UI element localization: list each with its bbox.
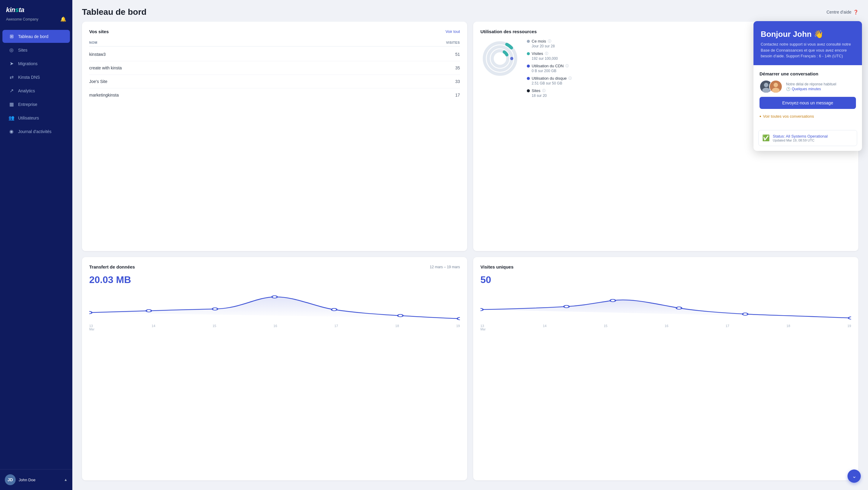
response-time-label: Notre délai de réponse habituel bbox=[786, 82, 856, 86]
sites-table-header: NOM VISITES bbox=[89, 39, 460, 47]
transfert-value: 20.03 MB bbox=[89, 274, 460, 285]
info-icon[interactable]: ⓘ bbox=[542, 88, 546, 93]
kinsta-logo: kinsta bbox=[6, 6, 24, 14]
start-conv-title: Démarrer une conversation bbox=[760, 71, 856, 76]
info-icon[interactable]: ⓘ bbox=[545, 51, 548, 56]
sidebar-label-kinsta-dns: Kinsta DNS bbox=[18, 75, 40, 80]
chevron-down-icon: ⌄ bbox=[852, 473, 857, 480]
status-info: Status: All Systems Operational Updated … bbox=[773, 134, 828, 142]
scroll-down-button[interactable]: ⌄ bbox=[847, 469, 861, 483]
logo-area: kinsta bbox=[0, 0, 72, 16]
sidebar-label-analytics: Analytics bbox=[18, 88, 35, 93]
svg-point-17 bbox=[743, 313, 748, 315]
svg-point-7 bbox=[146, 310, 152, 312]
svg-point-13 bbox=[480, 308, 483, 311]
transfert-card: Transfert de données 12 mars – 19 mars 2… bbox=[82, 257, 467, 480]
col-nom: NOM bbox=[89, 41, 97, 45]
question-icon: ❓ bbox=[853, 10, 858, 15]
response-badge-text: Quelques minutes bbox=[792, 87, 821, 91]
sidebar-item-kinsta-dns[interactable]: ⇄Kinsta DNS bbox=[2, 70, 70, 84]
chat-greeting: Bonjour John 👋 bbox=[761, 30, 855, 39]
chat-body: Démarrer une conversation bbox=[753, 65, 862, 125]
donut-chart bbox=[480, 39, 520, 78]
status-check-icon: ✅ bbox=[762, 134, 770, 142]
sidebar-item-tableau[interactable]: ⊞Tableau de bord bbox=[2, 30, 70, 43]
agent-avatar-2 bbox=[769, 80, 782, 93]
nav-menu: ⊞Tableau de bord◎Sites➤Migrations⇄Kinsta… bbox=[0, 27, 72, 469]
voir-tout-link[interactable]: Voir tout bbox=[445, 29, 460, 34]
sidebar-item-sites[interactable]: ◎Sites bbox=[2, 44, 70, 56]
col-visites: VISITES bbox=[446, 41, 460, 45]
status-text: Status: All Systems Operational bbox=[773, 134, 828, 139]
main-content: Tableau de bord Centre d'aide ❓ Vos site… bbox=[72, 0, 868, 490]
sidebar-label-sites: Sites bbox=[18, 48, 27, 53]
svg-point-24 bbox=[774, 83, 778, 87]
info-icon[interactable]: ⓘ bbox=[568, 76, 572, 81]
site-name: create with kinsta bbox=[89, 65, 122, 70]
transfert-title: Transfert de données bbox=[89, 264, 135, 269]
help-center-link[interactable]: Centre d'aide ❓ bbox=[827, 10, 858, 15]
journal-icon: ◉ bbox=[8, 128, 14, 134]
sidebar-label-migrations: Migrations bbox=[18, 61, 38, 66]
visites-chart bbox=[480, 291, 851, 322]
resource-dot bbox=[527, 64, 530, 67]
site-visits: 17 bbox=[455, 93, 460, 97]
sidebar-item-migrations[interactable]: ➤Migrations bbox=[2, 57, 70, 70]
sites-table-rows: kinstaw351create with kinsta35Joe's Site… bbox=[89, 48, 460, 102]
resource-dot bbox=[527, 89, 530, 92]
sidebar-label-entreprise: Entreprise bbox=[18, 102, 37, 107]
visites-value: 50 bbox=[480, 274, 851, 285]
svg-point-22 bbox=[762, 87, 770, 93]
site-visits: 33 bbox=[455, 79, 460, 84]
sidebar-item-utilisateurs[interactable]: 👥Utilisateurs bbox=[2, 111, 70, 124]
svg-point-16 bbox=[676, 307, 682, 309]
info-icon[interactable]: ⓘ bbox=[565, 64, 569, 68]
resource-dot bbox=[527, 77, 530, 80]
user-footer[interactable]: JD John Doe ▲ bbox=[0, 469, 72, 490]
visites-title: Visites uniques bbox=[480, 264, 514, 269]
sidebar-item-journal[interactable]: ◉Journal d'activités bbox=[2, 125, 70, 138]
chat-header: Bonjour John 👋 Contactez notre support s… bbox=[753, 21, 862, 65]
svg-point-21 bbox=[764, 83, 769, 87]
site-visits: 35 bbox=[455, 65, 460, 70]
resource-label-text: Utilisation du disque bbox=[532, 76, 567, 81]
table-row: marketingkinsta17 bbox=[89, 88, 460, 102]
transfert-date: 12 mars – 19 mars bbox=[430, 265, 460, 269]
sidebar-item-analytics[interactable]: ↗Analytics bbox=[2, 84, 70, 97]
site-name: marketingkinsta bbox=[89, 93, 119, 97]
see-conversations-link[interactable]: • Voir toutes vos conversations bbox=[760, 114, 856, 119]
resource-label-text: Sites bbox=[532, 88, 540, 93]
agent-info: Notre délai de réponse habituel 🕐 Quelqu… bbox=[786, 82, 856, 91]
table-row: create with kinsta35 bbox=[89, 61, 460, 75]
sidebar-item-entreprise[interactable]: ▦Entreprise bbox=[2, 98, 70, 111]
chat-subtitle: Contactez notre support si vous avez con… bbox=[761, 41, 855, 59]
transfert-chart bbox=[89, 291, 460, 322]
svg-point-10 bbox=[332, 308, 337, 311]
info-icon[interactable]: ⓘ bbox=[548, 39, 551, 44]
see-conv-label: Voir toutes vos conversations bbox=[763, 114, 814, 119]
company-name: Awesome Company bbox=[6, 17, 38, 22]
bell-icon[interactable]: 🔔 bbox=[60, 16, 66, 22]
table-row: kinstaw351 bbox=[89, 48, 460, 61]
sidebar-label-journal: Journal d'activités bbox=[18, 129, 52, 134]
send-message-button[interactable]: Envoyez-nous un message bbox=[760, 97, 856, 109]
resource-label-text: Ce mois bbox=[532, 39, 546, 44]
resource-dot bbox=[527, 52, 530, 55]
svg-point-15 bbox=[610, 299, 616, 302]
chat-panel: Bonjour John 👋 Contactez notre support s… bbox=[753, 21, 862, 151]
migrations-icon: ➤ bbox=[8, 61, 14, 66]
status-bar: ✅ Status: All Systems Operational Update… bbox=[758, 130, 857, 146]
svg-point-11 bbox=[398, 314, 403, 317]
visites-header: Visites uniques bbox=[480, 264, 851, 269]
visites-dates: 13Mar 14 15 16 17 18 19 bbox=[480, 324, 851, 331]
resources-card-title: Utilisation des ressources bbox=[480, 29, 537, 34]
site-visits: 51 bbox=[455, 52, 460, 57]
entreprise-icon: ▦ bbox=[8, 102, 14, 107]
company-row: Awesome Company 🔔 bbox=[0, 16, 72, 27]
svg-point-8 bbox=[213, 308, 218, 310]
svg-point-18 bbox=[848, 317, 851, 319]
sidebar-label-utilisateurs: Utilisateurs bbox=[18, 116, 39, 120]
svg-point-14 bbox=[564, 305, 569, 308]
agent-avatars bbox=[760, 80, 782, 93]
dot-icon: • bbox=[760, 114, 761, 119]
